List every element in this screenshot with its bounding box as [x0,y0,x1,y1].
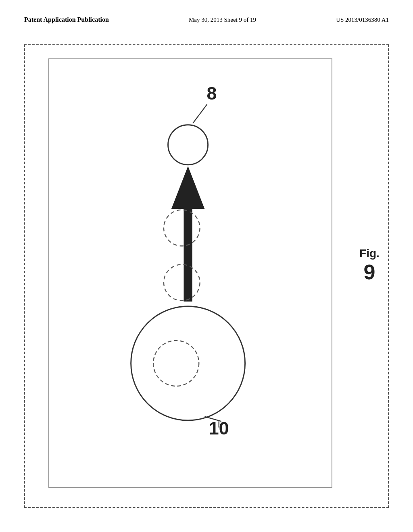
svg-text:9: 9 [364,260,375,284]
svg-marker-5 [171,166,205,209]
publication-date-sheet: May 30, 2013 Sheet 9 of 19 [189,17,256,23]
page-header: Patent Application Publication May 30, 2… [24,16,389,23]
svg-point-7 [164,264,200,301]
publication-title: Patent Application Publication [24,16,109,23]
svg-line-2 [193,104,207,123]
svg-point-6 [164,210,200,246]
figure-diagram: 8 10 [49,59,332,487]
label-8: 8 [207,83,217,103]
figure-label-svg: Fig. 9 [353,241,386,289]
svg-point-8 [131,306,245,420]
figure-label-container: Fig. 9 [353,241,386,291]
figure-box: 8 10 [48,58,332,488]
svg-text:Fig.: Fig. [359,247,380,260]
figure-content: 8 10 [49,59,332,487]
publication-number: US 2013/0136380 A1 [336,17,389,23]
svg-point-3 [168,125,208,165]
svg-point-9 [153,341,199,386]
